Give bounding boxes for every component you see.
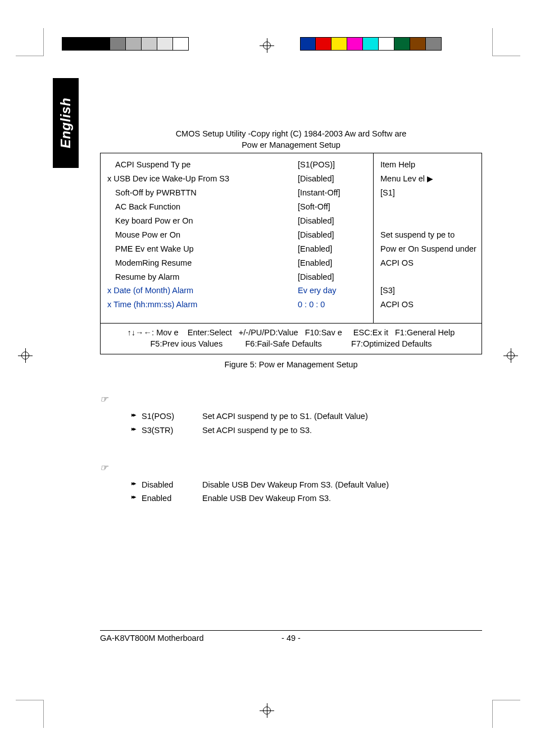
option-description: Set ACPI suspend ty pe to S3. xyxy=(202,423,482,438)
help-text-line: Pow er On Suspend under xyxy=(380,242,478,256)
bios-setting-label: Key board Pow er On xyxy=(107,214,298,228)
bios-setting-row[interactable]: ModemRing Resume[Enabled] xyxy=(107,256,366,270)
bios-setting-label: AC Back Function xyxy=(107,200,298,214)
bios-setting-label: Soft-Off by PWRBTTN xyxy=(107,186,298,200)
bios-setting-label: x USB Dev ice Wake-Up From S3 xyxy=(107,172,298,186)
bios-title: CMOS Setup Utility -Copy right (C) 1984-… xyxy=(100,129,482,138)
color-swatch xyxy=(157,37,173,51)
registration-mark-right xyxy=(503,348,518,363)
color-swatch xyxy=(62,37,78,51)
option-list: ▸▸DisabledDisable USB Dev Wakeup From S3… xyxy=(131,478,482,505)
color-swatch xyxy=(142,37,157,51)
bios-setting-label: x Date (of Month) Alarm xyxy=(107,284,298,298)
color-swatch xyxy=(173,37,189,51)
bios-setting-value: [Disabled] xyxy=(298,172,366,186)
bios-help-panel: Item Help Menu Lev el ▶ [S1] Set suspend… xyxy=(374,153,482,323)
bios-setting-value: [Enabled] xyxy=(298,242,366,256)
footer-left: GA-K8VT800M Motherboard xyxy=(100,634,269,643)
help-menu-level: Menu Lev el ▶ xyxy=(380,172,478,186)
option-section: ☞▸▸S1(POS)Set ACPI suspend ty pe to S1. … xyxy=(100,394,482,437)
bios-nav-footer: ↑↓→←: Mov e Enter:Select +/-/PU/PD:Value… xyxy=(101,323,482,354)
help-text-line xyxy=(380,200,478,214)
triangle-right-icon: ▶ xyxy=(427,174,433,183)
option-item: ▸▸DisabledDisable USB Dev Wakeup From S3… xyxy=(131,478,482,492)
double-arrow-icon: ▸▸ xyxy=(131,423,142,438)
option-key: Disabled xyxy=(142,478,202,492)
bios-setting-value: [Disabled] xyxy=(298,270,366,284)
crop-mark-tl xyxy=(16,28,44,56)
bios-setting-value: Ev ery day xyxy=(298,284,366,298)
footer-rule xyxy=(100,630,482,631)
bios-subtitle: Pow er Management Setup xyxy=(100,140,482,149)
language-tab-label: English xyxy=(58,98,74,148)
bios-setting-value: 0 : 0 : 0 xyxy=(298,298,366,312)
help-text-line xyxy=(380,214,478,228)
help-text-line: [S3] xyxy=(380,284,478,298)
double-arrow-icon: ▸▸ xyxy=(131,478,142,492)
help-text-line: [S1] xyxy=(380,186,478,200)
help-text-line: ACPI OS xyxy=(380,298,478,312)
page-footer: GA-K8VT800M Motherboard - 49 - xyxy=(100,634,482,643)
bios-setting-label: ACPI Suspend Ty pe xyxy=(107,158,298,172)
option-key: Enabled xyxy=(142,491,202,505)
figure-caption: Figure 5: Pow er Management Setup xyxy=(100,360,482,369)
color-swatch xyxy=(347,37,363,51)
color-swatch xyxy=(363,37,379,51)
option-description: Set ACPI suspend ty pe to S1. (Default V… xyxy=(202,409,482,423)
registration-mark-top xyxy=(260,38,274,53)
color-swatch xyxy=(300,37,316,51)
bios-setting-row[interactable]: Key board Pow er On[Disabled] xyxy=(107,214,366,228)
bios-setting-row[interactable]: ACPI Suspend Ty pe[S1(POS)] xyxy=(107,158,366,172)
bios-setting-label: PME Ev ent Wake Up xyxy=(107,242,298,256)
double-arrow-icon: ▸▸ xyxy=(131,409,142,423)
bios-settings-panel: ACPI Suspend Ty pe[S1(POS)]x USB Dev ice… xyxy=(101,153,374,323)
bios-setting-value: [Disabled] xyxy=(298,214,366,228)
bios-setting-row[interactable]: Soft-Off by PWRBTTN[Instant-Off] xyxy=(107,186,366,200)
bios-box: ACPI Suspend Ty pe[S1(POS)]x USB Dev ice… xyxy=(100,153,482,354)
bios-setting-label: Resume by Alarm xyxy=(107,270,298,284)
help-title: Item Help xyxy=(380,158,478,172)
bios-setting-value: [Soft-Off] xyxy=(298,200,366,214)
color-swatch xyxy=(426,37,442,51)
bios-setting-row[interactable]: x Time (hh:mm:ss) Alarm0 : 0 : 0 xyxy=(107,298,366,312)
bios-setting-row[interactable]: Mouse Pow er On[Disabled] xyxy=(107,228,366,242)
registration-mark-bottom xyxy=(260,703,274,718)
color-swatch xyxy=(410,37,426,51)
language-tab: English xyxy=(53,78,79,168)
color-swatch xyxy=(316,37,331,51)
bios-setting-row[interactable]: AC Back Function[Soft-Off] xyxy=(107,200,366,214)
option-section-head: ☞ xyxy=(100,462,482,472)
bios-setting-value: [Disabled] xyxy=(298,228,366,242)
crop-mark-br xyxy=(492,700,520,728)
bios-nav-row1: ↑↓→←: Mov e Enter:Select +/-/PU/PD:Value… xyxy=(105,328,477,337)
option-description: Enable USB Dev Wakeup From S3. xyxy=(202,491,482,505)
color-swatch xyxy=(331,37,347,51)
option-key: S3(STR) xyxy=(142,423,202,438)
bios-setting-value: [S1(POS)] xyxy=(298,158,366,172)
bios-setting-label: ModemRing Resume xyxy=(107,256,298,270)
option-key: S1(POS) xyxy=(142,409,202,423)
option-item: ▸▸EnabledEnable USB Dev Wakeup From S3. xyxy=(131,491,482,505)
bios-setting-row[interactable]: x Date (of Month) AlarmEv ery day xyxy=(107,284,366,298)
hand-pointer-icon: ☞ xyxy=(100,394,108,404)
help-text-line: Set suspend ty pe to xyxy=(380,228,478,242)
option-item: ▸▸S3(STR)Set ACPI suspend ty pe to S3. xyxy=(131,423,482,438)
bios-setting-row[interactable]: PME Ev ent Wake Up[Enabled] xyxy=(107,242,366,256)
registration-mark-left xyxy=(18,348,33,363)
bios-setting-row[interactable]: Resume by Alarm[Disabled] xyxy=(107,270,366,284)
footer-page-number: - 49 - xyxy=(269,634,314,643)
help-text-line xyxy=(380,270,478,284)
bios-setting-label: x Time (hh:mm:ss) Alarm xyxy=(107,298,298,312)
color-swatch xyxy=(379,37,394,51)
color-swatch xyxy=(394,37,410,51)
bios-setting-label: Mouse Pow er On xyxy=(107,228,298,242)
hand-pointer-icon: ☞ xyxy=(100,462,108,473)
colorbar-left xyxy=(62,37,189,51)
option-item: ▸▸S1(POS)Set ACPI suspend ty pe to S1. (… xyxy=(131,409,482,423)
help-text-line: ACPI OS xyxy=(380,256,478,270)
bios-setting-row[interactable]: x USB Dev ice Wake-Up From S3[Disabled] xyxy=(107,172,366,186)
crop-mark-tr xyxy=(492,28,520,56)
option-section-head: ☞ xyxy=(100,394,482,404)
bios-nav-row2: F5:Prev ious Values F6:Fail-Safe Default… xyxy=(105,339,477,348)
option-description: Disable USB Dev Wakeup From S3. (Default… xyxy=(202,478,482,492)
